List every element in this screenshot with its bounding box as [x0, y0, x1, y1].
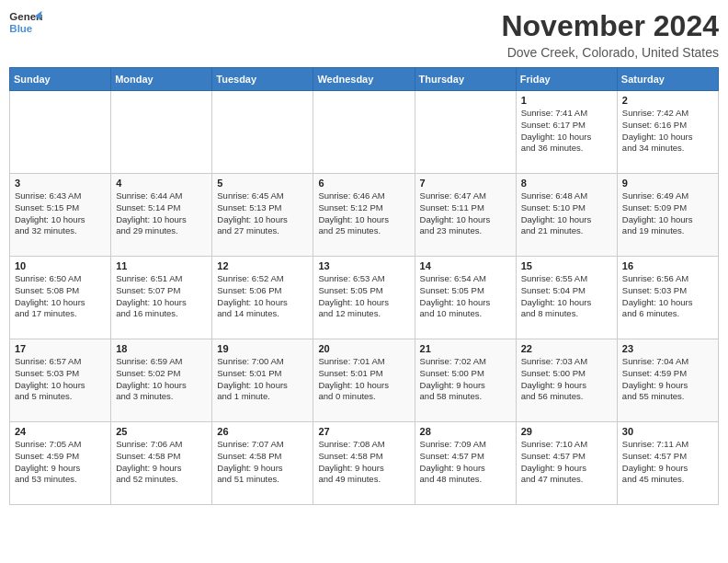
- day-number: 22: [521, 343, 612, 354]
- day-number: 4: [116, 178, 207, 189]
- calendar-cell: 12Sunrise: 6:52 AM Sunset: 5:06 PM Dayli…: [212, 257, 313, 339]
- calendar-cell: 20Sunrise: 7:01 AM Sunset: 5:01 PM Dayli…: [313, 339, 415, 422]
- calendar-cell: [212, 91, 313, 174]
- calendar-cell: 21Sunrise: 7:02 AM Sunset: 5:00 PM Dayli…: [415, 339, 516, 422]
- day-number: 1: [521, 95, 612, 106]
- calendar-cell: 27Sunrise: 7:08 AM Sunset: 4:58 PM Dayli…: [313, 422, 415, 505]
- day-number: 3: [15, 178, 106, 189]
- day-number: 7: [420, 178, 511, 189]
- day-info: Sunrise: 7:09 AM Sunset: 4:57 PM Dayligh…: [420, 439, 511, 486]
- day-info: Sunrise: 7:00 AM Sunset: 5:01 PM Dayligh…: [217, 356, 308, 403]
- calendar-cell: 24Sunrise: 7:05 AM Sunset: 4:59 PM Dayli…: [10, 422, 111, 505]
- weekday-header: Saturday: [617, 68, 718, 91]
- calendar-cell: 30Sunrise: 7:11 AM Sunset: 4:57 PM Dayli…: [617, 422, 718, 505]
- page-header: General Blue November 2024 Dove Creek, C…: [9, 9, 719, 60]
- day-info: Sunrise: 7:42 AM Sunset: 6:16 PM Dayligh…: [622, 108, 713, 155]
- day-info: Sunrise: 7:03 AM Sunset: 5:00 PM Dayligh…: [521, 356, 612, 403]
- calendar-week-row: 17Sunrise: 6:57 AM Sunset: 5:03 PM Dayli…: [10, 339, 719, 422]
- day-number: 28: [420, 426, 511, 437]
- day-info: Sunrise: 7:08 AM Sunset: 4:58 PM Dayligh…: [318, 439, 409, 486]
- day-info: Sunrise: 6:53 AM Sunset: 5:05 PM Dayligh…: [318, 273, 409, 320]
- day-info: Sunrise: 6:59 AM Sunset: 5:02 PM Dayligh…: [116, 356, 207, 403]
- calendar-cell: 22Sunrise: 7:03 AM Sunset: 5:00 PM Dayli…: [516, 339, 617, 422]
- day-info: Sunrise: 7:04 AM Sunset: 4:59 PM Dayligh…: [622, 356, 713, 403]
- day-number: 30: [622, 426, 713, 437]
- title-block: November 2024 Dove Creek, Colorado, Unit…: [501, 9, 719, 60]
- day-info: Sunrise: 7:01 AM Sunset: 5:01 PM Dayligh…: [318, 356, 409, 403]
- day-number: 9: [622, 178, 713, 189]
- calendar-cell: [313, 91, 415, 174]
- calendar-cell: 29Sunrise: 7:10 AM Sunset: 4:57 PM Dayli…: [516, 422, 617, 505]
- day-info: Sunrise: 6:45 AM Sunset: 5:13 PM Dayligh…: [217, 190, 308, 237]
- calendar-cell: 15Sunrise: 6:55 AM Sunset: 5:04 PM Dayli…: [516, 257, 617, 339]
- calendar-table: SundayMondayTuesdayWednesdayThursdayFrid…: [9, 67, 719, 505]
- weekday-header: Friday: [516, 68, 617, 91]
- day-info: Sunrise: 6:56 AM Sunset: 5:03 PM Dayligh…: [622, 273, 713, 320]
- svg-text:Blue: Blue: [9, 23, 32, 34]
- day-number: 23: [622, 343, 713, 354]
- calendar-cell: 23Sunrise: 7:04 AM Sunset: 4:59 PM Dayli…: [617, 339, 718, 422]
- weekday-header: Monday: [111, 68, 212, 91]
- day-number: 10: [15, 260, 106, 271]
- day-number: 29: [521, 426, 612, 437]
- month-title: November 2024: [501, 9, 719, 43]
- day-info: Sunrise: 7:07 AM Sunset: 4:58 PM Dayligh…: [217, 439, 308, 486]
- day-number: 24: [15, 426, 106, 437]
- location: Dove Creek, Colorado, United States: [501, 45, 719, 60]
- day-number: 13: [318, 260, 409, 271]
- day-info: Sunrise: 6:57 AM Sunset: 5:03 PM Dayligh…: [15, 356, 106, 403]
- day-info: Sunrise: 6:49 AM Sunset: 5:09 PM Dayligh…: [622, 190, 713, 237]
- day-number: 20: [318, 343, 409, 354]
- day-number: 8: [521, 178, 612, 189]
- calendar-cell: 16Sunrise: 6:56 AM Sunset: 5:03 PM Dayli…: [617, 257, 718, 339]
- day-number: 18: [116, 343, 207, 354]
- calendar-cell: 25Sunrise: 7:06 AM Sunset: 4:58 PM Dayli…: [111, 422, 212, 505]
- calendar-week-row: 3Sunrise: 6:43 AM Sunset: 5:15 PM Daylig…: [10, 174, 719, 257]
- calendar-cell: 17Sunrise: 6:57 AM Sunset: 5:03 PM Dayli…: [10, 339, 111, 422]
- day-info: Sunrise: 7:41 AM Sunset: 6:17 PM Dayligh…: [521, 108, 612, 155]
- logo: General Blue: [9, 9, 42, 37]
- calendar-cell: 2Sunrise: 7:42 AM Sunset: 6:16 PM Daylig…: [617, 91, 718, 174]
- calendar-cell: 19Sunrise: 7:00 AM Sunset: 5:01 PM Dayli…: [212, 339, 313, 422]
- calendar-cell: 1Sunrise: 7:41 AM Sunset: 6:17 PM Daylig…: [516, 91, 617, 174]
- calendar-cell: [415, 91, 516, 174]
- day-info: Sunrise: 6:48 AM Sunset: 5:10 PM Dayligh…: [521, 190, 612, 237]
- calendar-cell: 13Sunrise: 6:53 AM Sunset: 5:05 PM Dayli…: [313, 257, 415, 339]
- calendar-cell: 3Sunrise: 6:43 AM Sunset: 5:15 PM Daylig…: [10, 174, 111, 257]
- calendar-cell: 26Sunrise: 7:07 AM Sunset: 4:58 PM Dayli…: [212, 422, 313, 505]
- day-info: Sunrise: 6:54 AM Sunset: 5:05 PM Dayligh…: [420, 273, 511, 320]
- day-info: Sunrise: 6:55 AM Sunset: 5:04 PM Dayligh…: [521, 273, 612, 320]
- calendar-cell: 18Sunrise: 6:59 AM Sunset: 5:02 PM Dayli…: [111, 339, 212, 422]
- weekday-header: Sunday: [10, 68, 111, 91]
- calendar-cell: 28Sunrise: 7:09 AM Sunset: 4:57 PM Dayli…: [415, 422, 516, 505]
- day-number: 26: [217, 426, 308, 437]
- day-info: Sunrise: 6:43 AM Sunset: 5:15 PM Dayligh…: [15, 190, 106, 237]
- day-info: Sunrise: 6:46 AM Sunset: 5:12 PM Dayligh…: [318, 190, 409, 237]
- day-number: 16: [622, 260, 713, 271]
- weekday-header: Tuesday: [212, 68, 313, 91]
- weekday-header: Thursday: [415, 68, 516, 91]
- day-info: Sunrise: 7:05 AM Sunset: 4:59 PM Dayligh…: [15, 439, 106, 486]
- day-info: Sunrise: 7:11 AM Sunset: 4:57 PM Dayligh…: [622, 439, 713, 486]
- day-number: 21: [420, 343, 511, 354]
- calendar-cell: 9Sunrise: 6:49 AM Sunset: 5:09 PM Daylig…: [617, 174, 718, 257]
- day-number: 17: [15, 343, 106, 354]
- day-info: Sunrise: 7:02 AM Sunset: 5:00 PM Dayligh…: [420, 356, 511, 403]
- day-number: 25: [116, 426, 207, 437]
- calendar-cell: 4Sunrise: 6:44 AM Sunset: 5:14 PM Daylig…: [111, 174, 212, 257]
- calendar-week-row: 10Sunrise: 6:50 AM Sunset: 5:08 PM Dayli…: [10, 257, 719, 339]
- calendar-header-row: SundayMondayTuesdayWednesdayThursdayFrid…: [10, 68, 719, 91]
- day-number: 12: [217, 260, 308, 271]
- calendar-cell: 10Sunrise: 6:50 AM Sunset: 5:08 PM Dayli…: [10, 257, 111, 339]
- day-info: Sunrise: 7:06 AM Sunset: 4:58 PM Dayligh…: [116, 439, 207, 486]
- day-number: 11: [116, 260, 207, 271]
- day-number: 2: [622, 95, 713, 106]
- day-number: 15: [521, 260, 612, 271]
- day-number: 27: [318, 426, 409, 437]
- calendar-cell: [10, 91, 111, 174]
- day-number: 14: [420, 260, 511, 271]
- day-info: Sunrise: 6:51 AM Sunset: 5:07 PM Dayligh…: [116, 273, 207, 320]
- weekday-header: Wednesday: [313, 68, 415, 91]
- logo-icon: General Blue: [9, 9, 42, 37]
- calendar-cell: 11Sunrise: 6:51 AM Sunset: 5:07 PM Dayli…: [111, 257, 212, 339]
